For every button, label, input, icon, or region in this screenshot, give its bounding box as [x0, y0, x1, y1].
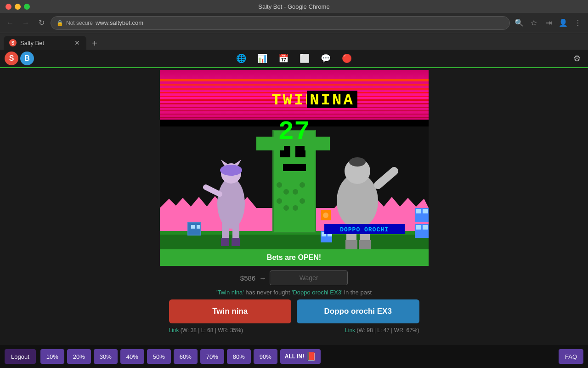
zoom-button[interactable]: 🔍	[513, 17, 526, 29]
svg-rect-77	[423, 209, 428, 213]
logo-b-icon: B	[20, 52, 34, 65]
pct40-button[interactable]: 40%	[120, 349, 144, 364]
fighter1-history-link[interactable]: 'Twin nina'	[216, 289, 244, 296]
not-secure-label: Not secure	[66, 20, 93, 26]
globe-icon[interactable]: 🌐	[236, 53, 246, 63]
svg-rect-60	[345, 240, 357, 249]
balance-display: $586	[240, 274, 255, 282]
status-bar: Bets are OPEN!	[160, 249, 429, 266]
page: S B 🌐 📊 📅 ⬜ 💬 🔴 ⚙	[0, 50, 588, 368]
window-title: Salty Bet - Google Chrome	[258, 3, 329, 10]
title-bar: Salty Bet - Google Chrome	[0, 0, 588, 13]
layers-icon[interactable]: 🔴	[342, 53, 352, 63]
stat2-link[interactable]: Link	[345, 327, 355, 334]
back-button[interactable]: ←	[4, 17, 17, 29]
svg-point-56	[349, 157, 366, 167]
pct10-button[interactable]: 10%	[40, 349, 64, 364]
tab-favicon: S	[9, 39, 17, 46]
svg-rect-65	[197, 225, 200, 229]
game-svg: TWIN NINA 27 DOPPO_OROCHI	[160, 70, 429, 249]
stat1-link[interactable]: Link	[169, 327, 179, 334]
active-tab[interactable]: S Salty Bet ✕	[4, 36, 86, 50]
lock-icon: 🔒	[57, 20, 63, 26]
site-header: S B 🌐 📊 📅 ⬜ 💬 🔴 ⚙	[0, 50, 588, 68]
svg-rect-76	[416, 209, 421, 213]
new-tab-button[interactable]: +	[88, 37, 101, 50]
calendar-icon[interactable]: 📅	[278, 53, 288, 63]
svg-rect-51	[221, 238, 229, 246]
svg-point-36	[300, 182, 305, 188]
svg-point-82	[323, 213, 328, 218]
bet-red-button[interactable]: Twin nina	[169, 299, 292, 323]
chart-icon[interactable]: 📊	[257, 53, 267, 63]
address-bar[interactable]: 🔒 Not secure www.saltybet.com	[51, 16, 510, 30]
svg-text:DOPPO_OROCHI: DOPPO_OROCHI	[340, 226, 389, 233]
svg-rect-80	[423, 225, 428, 230]
stat2: Link (W: 98 | L: 47 | WR: 67%)	[345, 327, 419, 334]
svg-text:NINA: NINA	[310, 92, 355, 109]
history-suffix: in the past	[344, 289, 372, 296]
pct60-button[interactable]: 60%	[174, 349, 198, 364]
browser-actions: 🔍 ☆ ⇥ 👤 ⋮	[513, 17, 584, 29]
svg-point-40	[300, 198, 305, 204]
svg-point-35	[283, 189, 289, 195]
game-frame: TWIN NINA 27 DOPPO_OROCHI	[160, 70, 429, 266]
svg-point-37	[293, 189, 298, 195]
game-container: TWIN NINA 27 DOPPO_OROCHI	[0, 68, 588, 368]
tab-close-button[interactable]: ✕	[74, 39, 81, 46]
square-icon[interactable]: ⬜	[300, 53, 310, 63]
svg-rect-50	[232, 222, 239, 240]
discord-icon[interactable]: 💬	[321, 53, 331, 63]
svg-rect-64	[191, 225, 195, 229]
pct90-button[interactable]: 90%	[254, 349, 277, 364]
menu-button[interactable]: ⋮	[571, 17, 584, 29]
svg-rect-32	[295, 146, 305, 157]
history-text: has never fought	[245, 289, 290, 296]
minimize-button[interactable]	[15, 4, 21, 10]
pct80-button[interactable]: 80%	[227, 349, 251, 364]
bottom-bar: Logout 10% 20% 30% 40% 50% 60% 70% 80% 9…	[0, 345, 588, 368]
reload-button[interactable]: ↻	[35, 17, 48, 29]
allin-button[interactable]: ALL IN! 📕	[280, 349, 321, 364]
svg-rect-2	[160, 84, 429, 86]
fighter-buttons: Twin nina Doppo orochi EX3	[160, 299, 429, 323]
bet-input-row: $586 →	[240, 270, 348, 285]
svg-point-41	[293, 205, 298, 211]
pct30-button[interactable]: 30%	[94, 349, 118, 364]
extension-button[interactable]: ⇥	[542, 17, 555, 29]
fighter2-history-link[interactable]: 'Doppo orochi EX3'	[292, 289, 342, 296]
svg-rect-9	[160, 110, 429, 111]
svg-rect-61	[359, 240, 371, 249]
pct50-button[interactable]: 50%	[147, 349, 171, 364]
pct70-button[interactable]: 70%	[200, 349, 224, 364]
profile-button[interactable]: 👤	[557, 17, 570, 29]
svg-rect-79	[416, 225, 421, 230]
logout-button[interactable]: Logout	[5, 349, 36, 364]
svg-rect-1	[160, 79, 429, 81]
game-screen: TWIN NINA 27 DOPPO_OROCHI	[160, 70, 429, 249]
pct20-button[interactable]: 20%	[67, 349, 91, 364]
stat2-detail: (W: 98 | L: 47 | WR: 67%)	[356, 327, 419, 334]
close-button[interactable]	[6, 4, 11, 10]
stats-row: Link (W: 38 | L: 68 | WR: 35%) Link (W: …	[160, 327, 429, 334]
allin-icon: 📕	[306, 351, 316, 362]
bet-blue-button[interactable]: Doppo orochi EX3	[297, 299, 419, 323]
wager-input[interactable]	[270, 270, 348, 285]
bookmark-button[interactable]: ☆	[527, 17, 540, 29]
bet-area: $586 → 'Twin nina' has never fought 'Dop…	[160, 266, 429, 336]
maximize-button[interactable]	[24, 4, 30, 10]
svg-rect-49	[222, 222, 229, 240]
svg-rect-3	[160, 88, 429, 90]
forward-button[interactable]: →	[19, 17, 32, 29]
svg-rect-33	[283, 164, 306, 171]
site-logo: S B	[5, 52, 34, 65]
tab-label: Salty Bet	[20, 40, 70, 46]
faq-button[interactable]: FAQ	[559, 349, 583, 364]
logo-s-icon: S	[5, 52, 18, 65]
browser-toolbar: ← → ↻ 🔒 Not secure www.saltybet.com 🔍 ☆ …	[0, 13, 588, 33]
settings-icon[interactable]: ⚙	[573, 53, 581, 63]
stat1-detail: (W: 38 | L: 68 | WR: 35%)	[181, 327, 243, 334]
arrow-icon: →	[259, 274, 266, 282]
svg-point-38	[277, 198, 282, 204]
stat1: Link (W: 38 | L: 68 | WR: 35%)	[169, 327, 243, 334]
